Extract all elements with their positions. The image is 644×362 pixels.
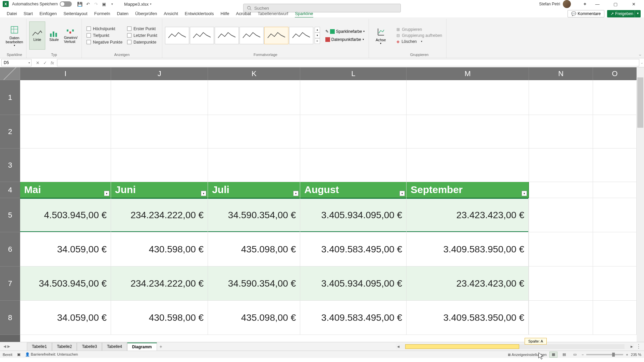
row-header-1[interactable]: 1 — [0, 80, 20, 115]
type-winloss-button[interactable]: Gewinn/ Verlust — [63, 21, 79, 50]
row-header-7[interactable]: 7 — [0, 266, 20, 301]
menu-tab-daten[interactable]: Daten — [113, 10, 132, 17]
filter-button-september[interactable]: ▾ — [522, 191, 527, 196]
column-header-M[interactable]: M — [407, 67, 529, 80]
cell-K8[interactable]: 435.098,00 € — [208, 301, 300, 335]
check-markers[interactable]: Datenpunkte — [127, 40, 157, 45]
vertical-scrollbar[interactable] — [637, 67, 644, 342]
menu-tab-ansicht[interactable]: Ansicht — [160, 10, 181, 17]
cell-N7[interactable] — [529, 266, 593, 301]
cell-L4[interactable]: August▾ — [300, 182, 407, 198]
cell-K7[interactable]: 34.590.354,00 € — [208, 266, 300, 301]
row-header-3[interactable]: 3 — [0, 148, 20, 182]
cell-L3[interactable] — [300, 148, 407, 182]
cell-J2[interactable] — [111, 115, 208, 148]
cell-M3[interactable] — [407, 148, 529, 182]
cell-N2[interactable] — [529, 115, 593, 148]
cell-O1[interactable] — [593, 80, 637, 115]
tabs-divider-icon[interactable]: ⋮ — [636, 343, 641, 350]
display-settings-button[interactable]: 🖥 Anzeigeeinstellungen — [507, 353, 547, 357]
hscroll-thumb[interactable] — [405, 344, 519, 349]
cell-N6[interactable] — [529, 232, 593, 266]
cell-M7[interactable]: 23.423.423,00 € — [407, 266, 529, 301]
menu-tab-seitenlayout[interactable]: Seitenlayout — [60, 10, 91, 17]
column-header-L[interactable]: L — [300, 67, 407, 80]
view-normal-icon[interactable]: ▦ — [549, 352, 557, 358]
style-item-4[interactable] — [239, 27, 264, 44]
fx-icon[interactable]: fx — [49, 60, 56, 65]
menu-tab-überprüfen[interactable]: Überprüfen — [132, 10, 160, 17]
name-box[interactable]: D5 ▾ — [1, 59, 32, 66]
cell-J1[interactable] — [111, 80, 208, 115]
check-last[interactable]: Letzter Punkt — [127, 33, 157, 38]
hscroll-right-icon[interactable]: ▶ — [629, 345, 634, 348]
cell-O4[interactable] — [593, 182, 637, 198]
cell-N3[interactable] — [529, 148, 593, 182]
cell-O3[interactable] — [593, 148, 637, 182]
row-header-5[interactable]: 5 — [0, 198, 20, 232]
view-pagebreak-icon[interactable]: ▭ — [571, 352, 579, 358]
cell-K1[interactable] — [208, 80, 300, 115]
cell-O6[interactable] — [593, 232, 637, 266]
comments-button[interactable]: 💬 Kommentare — [568, 10, 604, 17]
row-header-2[interactable]: 2 — [0, 115, 20, 148]
cell-L7[interactable]: 3.405.934.095,00 € — [300, 266, 407, 301]
sheet-tab-tabelle1[interactable]: Tabelle1 — [27, 343, 52, 351]
menu-tab-einfügen[interactable]: Einfügen — [36, 10, 60, 17]
cell-O8[interactable] — [593, 301, 637, 335]
menu-tab-tabellenentwurf[interactable]: Tabellenentwurf — [254, 10, 291, 17]
row-header-8[interactable]: 8 — [0, 301, 20, 335]
cell-J5[interactable]: 234.234.222,00 € — [111, 198, 208, 232]
filename-caret-icon[interactable]: ▾ — [150, 2, 152, 6]
column-header-N[interactable]: N — [529, 67, 593, 80]
macro-record-icon[interactable]: ▣ — [17, 352, 20, 357]
column-header-J[interactable]: J — [111, 67, 208, 80]
datapoint-color-button[interactable]: Datenpunktfarbe▾ — [324, 37, 366, 43]
cell-N4[interactable] — [529, 182, 593, 198]
cell-N5[interactable] — [529, 198, 593, 232]
cell-L8[interactable]: 3.409.583.495,00 € — [300, 301, 407, 335]
type-column-button[interactable]: Säule — [46, 21, 62, 50]
menu-tab-entwicklertools[interactable]: Entwicklertools — [181, 10, 217, 17]
menu-tab-hilfe[interactable]: Hilfe — [217, 10, 233, 17]
sheet-nav-next-icon[interactable]: ▶ — [7, 344, 10, 349]
cell-I3[interactable] — [20, 148, 111, 182]
cell-M5[interactable]: 23.423.423,00 € — [407, 198, 529, 232]
column-header-O[interactable]: O — [593, 67, 637, 80]
maximize-icon[interactable]: ▢ — [608, 0, 623, 8]
vscroll-thumb[interactable] — [637, 77, 643, 128]
sheet-tab-tabelle4[interactable]: Tabelle4 — [102, 343, 127, 351]
cell-J4[interactable]: Juni▾ — [111, 182, 208, 198]
menu-tab-start[interactable]: Start — [20, 10, 36, 17]
cell-I4[interactable]: Mai▾ — [20, 182, 111, 198]
cell-N1[interactable] — [529, 80, 593, 115]
cell-J3[interactable] — [111, 148, 208, 182]
formula-expand-icon[interactable]: ⌵ — [641, 61, 643, 64]
qat-more-icon[interactable]: ▾ — [108, 0, 116, 8]
sheet-tab-tabelle3[interactable]: Tabelle3 — [77, 343, 102, 351]
cell-J8[interactable]: 430.598,00 € — [111, 301, 208, 335]
undo-icon[interactable]: ↶ — [84, 0, 92, 8]
check-first[interactable]: Erster Punkt — [127, 26, 157, 31]
cell-M6[interactable]: 3.409.583.950,00 € — [407, 232, 529, 266]
cell-O5[interactable] — [593, 198, 637, 232]
type-line-button[interactable]: Linie — [29, 21, 45, 50]
filter-button-august[interactable]: ▾ — [399, 191, 405, 196]
cell-O2[interactable] — [593, 115, 637, 148]
cell-L1[interactable] — [300, 80, 407, 115]
filename[interactable]: Mappe3.xlsx — [124, 2, 149, 7]
ribbon-collapse-icon[interactable]: ⌵ — [639, 52, 641, 57]
new-sheet-button[interactable]: + — [157, 344, 165, 349]
grid[interactable]: Mai▾Juni▾Juli▾August▾September▾4.503.945… — [20, 80, 637, 342]
sheet-tab-diagramm[interactable]: Diagramm — [127, 343, 157, 351]
check-low[interactable]: Tiefpunkt — [87, 33, 122, 38]
menu-tab-acrobat[interactable]: Acrobat — [233, 10, 255, 17]
hscroll-left-icon[interactable]: ◀ — [396, 345, 400, 348]
cell-K5[interactable]: 34.590.354,00 € — [208, 198, 300, 232]
cell-K3[interactable] — [208, 148, 300, 182]
redo-icon[interactable]: ↷ — [92, 0, 100, 8]
style-item-6[interactable] — [289, 27, 313, 44]
gallery-more-icon[interactable]: ≡ — [315, 38, 320, 44]
axis-button[interactable]: Achse ▾ — [372, 21, 390, 50]
cell-I7[interactable]: 34.503.945,00 € — [20, 266, 111, 301]
